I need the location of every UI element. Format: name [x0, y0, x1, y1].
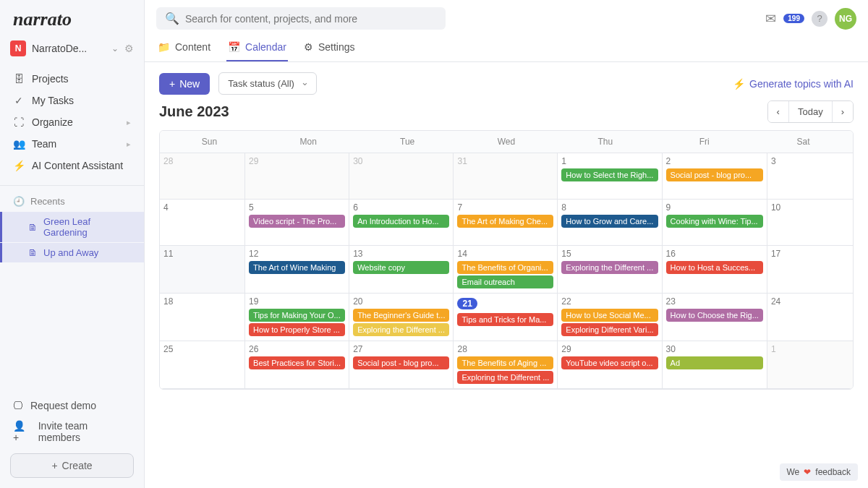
- invite-team-link[interactable]: 👤+ Invite team members: [10, 416, 134, 448]
- calendar-cell[interactable]: 5Video script - The Pro...: [245, 200, 349, 246]
- tab-settings[interactable]: ⚙Settings: [302, 34, 357, 61]
- prev-month-button[interactable]: ‹: [768, 101, 789, 122]
- day-number: 30: [666, 344, 763, 354]
- search-input[interactable]: [185, 13, 437, 25]
- calendar-event[interactable]: Ad: [666, 356, 763, 369]
- notification-count[interactable]: 199: [783, 14, 804, 23]
- inbox-icon[interactable]: ✉: [765, 11, 776, 27]
- avatar[interactable]: NG: [835, 8, 856, 30]
- calendar-cell[interactable]: 29: [245, 153, 349, 200]
- next-month-button[interactable]: ›: [833, 101, 853, 122]
- task-status-select[interactable]: Task status (All): [218, 72, 317, 95]
- calendar-cell[interactable]: 14The Benefits of Organi...Email outreac…: [454, 246, 558, 294]
- recent-item[interactable]: 🗎Green Leaf Gardening: [0, 212, 144, 242]
- calendar-cell[interactable]: 9Cooking with Wine: Tip...: [663, 200, 767, 246]
- calendar-event[interactable]: An Introduction to Ho...: [353, 215, 449, 228]
- calendar-cell[interactable]: 1How to Select the Righ...: [558, 153, 662, 200]
- nav-my-tasks[interactable]: ✓My Tasks: [0, 90, 144, 111]
- calendar-cell[interactable]: 3: [767, 153, 853, 200]
- calendar-event[interactable]: The Art of Wine Making: [249, 261, 345, 274]
- nav-ai-content-assistant[interactable]: ⚡AI Content Assistant: [0, 155, 144, 176]
- calendar-cell[interactable]: 26Best Practices for Stori...: [245, 341, 349, 389]
- calendar-cell[interactable]: 29YouTube video script o...: [558, 341, 662, 389]
- tab-calendar[interactable]: 📅Calendar: [226, 34, 288, 61]
- calendar: SunMonTueWedThuFriSat 282930311How to Se…: [159, 130, 854, 390]
- calendar-event[interactable]: Email outreach: [457, 275, 553, 288]
- calendar-cell[interactable]: 11: [160, 246, 245, 294]
- calendar-event[interactable]: The Benefits of Organi...: [457, 261, 553, 274]
- calendar-event[interactable]: Video script - The Pro...: [249, 215, 345, 228]
- generate-topics-ai-link[interactable]: ⚡ Generate topics with AI: [733, 78, 854, 90]
- calendar-cell[interactable]: 24: [767, 294, 853, 341]
- calendar-event[interactable]: Tips for Making Your O...: [249, 309, 345, 322]
- calendar-cell[interactable]: 17: [767, 246, 853, 294]
- calendar-event[interactable]: YouTube video script o...: [561, 356, 658, 369]
- search-box[interactable]: 🔍: [156, 7, 446, 30]
- calendar-event[interactable]: Exploring the Different ...: [561, 261, 658, 274]
- calendar-cell[interactable]: 21Tips and Tricks for Ma...: [454, 294, 558, 341]
- calendar-cell[interactable]: 19Tips for Making Your O...How to Proper…: [245, 294, 349, 341]
- file-icon: 🗎: [28, 247, 38, 258]
- plus-icon: +: [51, 460, 57, 471]
- calendar-cell[interactable]: 27Social post - blog pro...: [349, 341, 454, 389]
- nav-organize[interactable]: ⛶Organize▸: [0, 111, 144, 133]
- nav-team[interactable]: 👥Team▸: [0, 133, 144, 155]
- nav-label: AI Content Assistant: [32, 160, 123, 171]
- calendar-event[interactable]: How to Grow and Care...: [561, 215, 658, 228]
- calendar-cell[interactable]: 12The Art of Wine Making: [245, 246, 349, 294]
- new-button[interactable]: + New: [159, 73, 210, 95]
- toolbar: + New Task status (All) ⚡ Generate topic…: [145, 62, 868, 100]
- feedback-widget[interactable]: We ❤ feedback: [780, 463, 859, 481]
- calendar-cell[interactable]: 23How to Choose the Rig...: [663, 294, 767, 341]
- calendar-cell[interactable]: 30Ad: [663, 341, 767, 389]
- calendar-cell[interactable]: 18: [160, 294, 245, 341]
- calendar-event[interactable]: How to Select the Righ...: [561, 168, 658, 181]
- help-icon[interactable]: ?: [812, 11, 827, 27]
- request-demo-link[interactable]: 🖵 Request demo: [10, 395, 134, 416]
- calendar-event[interactable]: Cooking with Wine: Tip...: [666, 215, 763, 228]
- nav-projects[interactable]: 🗄Projects: [0, 68, 144, 90]
- calendar-event[interactable]: The Benefits of Aging ...: [457, 356, 553, 369]
- tab-content[interactable]: 📁Content: [156, 34, 212, 61]
- calendar-cell[interactable]: 6An Introduction to Ho...: [349, 200, 454, 246]
- calendar-event[interactable]: How to Choose the Rig...: [666, 309, 763, 322]
- calendar-cell[interactable]: 2Social post - blog pro...: [663, 153, 767, 200]
- today-button[interactable]: Today: [789, 101, 833, 122]
- team-icon: 👥: [13, 138, 25, 150]
- calendar-cell[interactable]: 7The Art of Making Che...: [454, 200, 558, 246]
- day-number: 9: [666, 202, 763, 213]
- calendar-cell[interactable]: 8How to Grow and Care...: [558, 200, 662, 246]
- calendar-cell[interactable]: 1: [767, 341, 853, 389]
- calendar-cell[interactable]: 13Website copy: [349, 246, 454, 294]
- calendar-event[interactable]: The Art of Making Che...: [457, 215, 553, 228]
- calendar-cell[interactable]: 28The Benefits of Aging ...Exploring the…: [454, 341, 558, 389]
- recent-item[interactable]: 🗎Up and Away: [0, 243, 144, 262]
- calendar-cell[interactable]: 31: [454, 153, 558, 200]
- day-number: 7: [457, 202, 553, 213]
- gear-icon[interactable]: ⚙: [124, 43, 134, 54]
- calendar-cell[interactable]: 10: [767, 200, 853, 246]
- calendar-event[interactable]: The Beginner's Guide t...: [353, 309, 449, 322]
- calendar-event[interactable]: Social post - blog pro...: [666, 168, 763, 181]
- day-number: 12: [249, 249, 345, 259]
- calendar-cell[interactable]: 30: [349, 153, 454, 200]
- calendar-event[interactable]: Website copy: [353, 261, 449, 274]
- calendar-event[interactable]: Social post - blog pro...: [353, 356, 449, 369]
- calendar-cell[interactable]: 25: [160, 341, 245, 389]
- calendar-event[interactable]: Best Practices for Stori...: [249, 356, 345, 369]
- calendar-cell[interactable]: 20The Beginner's Guide t...Exploring the…: [349, 294, 454, 341]
- calendar-cell[interactable]: 4: [160, 200, 245, 246]
- calendar-event[interactable]: How to Properly Store ...: [249, 323, 345, 336]
- calendar-event[interactable]: How to Use Social Me...: [561, 309, 658, 322]
- calendar-cell[interactable]: 15Exploring the Different ...: [558, 246, 662, 294]
- calendar-cell[interactable]: 22How to Use Social Me...Exploring Diffe…: [558, 294, 662, 341]
- calendar-event[interactable]: How to Host a Succes...: [666, 261, 763, 274]
- calendar-event[interactable]: Tips and Tricks for Ma...: [457, 313, 553, 326]
- calendar-event[interactable]: Exploring the Different ...: [457, 371, 553, 384]
- create-button[interactable]: + Create: [10, 453, 134, 478]
- calendar-cell[interactable]: 28: [160, 153, 245, 200]
- calendar-cell[interactable]: 16How to Host a Succes...: [663, 246, 767, 294]
- workspace-selector[interactable]: N NarratoDe... ⌄ ⚙: [0, 36, 144, 65]
- calendar-event[interactable]: Exploring the Different ...: [353, 323, 449, 336]
- calendar-event[interactable]: Exploring Different Vari...: [561, 323, 658, 336]
